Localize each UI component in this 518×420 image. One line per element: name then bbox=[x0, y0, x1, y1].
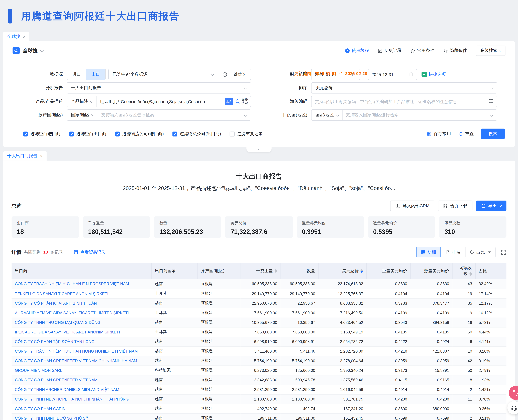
filter-group: 过滤空白进口商 过滤空白出口商 bbox=[23, 131, 263, 137]
page-header: 用腾道查询阿根廷十大出口商报告 bbox=[0, 0, 518, 24]
table-row[interactable]: CÔNG TY CỔ PHẦN GREENFEED VIỆT NAM CHI N… bbox=[12, 356, 506, 366]
end-date-input[interactable]: 2025-12-31 bbox=[368, 69, 417, 80]
search-button[interactable]: 搜索 bbox=[481, 128, 505, 139]
filter-checkbox[interactable]: 过滤空白进口商 bbox=[23, 131, 60, 137]
col-usd-per-weight: 重量美元均价 bbox=[367, 263, 410, 279]
tab-global-search[interactable]: 全球搜 × bbox=[3, 32, 30, 41]
filter-checkbox[interactable]: 过滤物流公司(进口商) bbox=[115, 131, 164, 137]
stat-card: 数量美元均价 0.5395 bbox=[368, 217, 435, 238]
exporter-link[interactable]: CÔNG TY CỔ PHẦN GARIN bbox=[15, 406, 66, 411]
table-row[interactable]: CÔNG TY TRÁCH NHIỆM HỮU HẠN E N PROSPER … bbox=[12, 279, 506, 289]
product-description-input[interactable] bbox=[97, 99, 225, 104]
table-row[interactable]: CÔNG TY TNHH ARCHER DANIELS MIDLAND VIỆT… bbox=[12, 385, 506, 394]
list-icon[interactable] bbox=[488, 98, 494, 105]
table-row[interactable]: CÔNG TY TRÁCH NHIỆM HỮU HẠN NÔNG NGHIỆP … bbox=[12, 346, 506, 356]
tab-report[interactable]: 十大出口商报告 × bbox=[3, 151, 47, 161]
exporter-link[interactable]: GROUP MIEN MOH SARL bbox=[15, 368, 62, 373]
export-icon bbox=[481, 203, 486, 208]
exporter-link[interactable]: CÔNG TY TNHH ARCHER DANIELS MIDLAND VIỆT… bbox=[15, 387, 119, 392]
sort-icon[interactable] bbox=[469, 272, 472, 276]
destination-mode-select[interactable]: 国家/地区 bbox=[311, 112, 342, 118]
hidden-conditions-link[interactable]: 隐藏条件 bbox=[443, 48, 467, 53]
exporter-link[interactable]: CÔNG TY TRÁCH NHIỆM HỮU HẠN NÔNG NGHIỆP … bbox=[15, 349, 138, 353]
table-row[interactable]: TEKKELİ GIDA SANAYİ TİCARET ANONİM ŞİRKE… bbox=[12, 289, 506, 299]
view-share-button[interactable]: 占比 bbox=[465, 247, 496, 257]
import-crm-button[interactable]: 导入内部CRM bbox=[390, 201, 434, 211]
reset-button[interactable]: 重置 bbox=[458, 131, 474, 137]
exporter-link[interactable]: TEKKELİ GIDA SANAYİ TİCARET ANONİM ŞİRKE… bbox=[15, 291, 108, 296]
view-detail-button[interactable]: 明细 bbox=[416, 247, 441, 257]
filter-checkbox[interactable]: 过滤空白出口商 bbox=[69, 131, 106, 137]
stat-card: 重量美元均价 0.3951 bbox=[296, 217, 364, 238]
overview-label: 总览 bbox=[12, 203, 21, 209]
sort-select[interactable]: 美元总价 bbox=[311, 82, 497, 93]
favorite-conditions-link[interactable]: 常用条件 bbox=[410, 48, 434, 53]
table-row[interactable]: CÔNG TY TNHH NEW HOPE HÀ NỘI CHI NHÁNH H… bbox=[12, 394, 506, 404]
destination-country-select[interactable]: 国家/地区 支持输入国家/地区进行检索 bbox=[311, 109, 497, 121]
table-row[interactable]: CÔNG TY CỔ PHẦN GARIN 越南 阿根廷 492,740.00 … bbox=[12, 404, 506, 413]
col-trade-count-sort[interactable]: 贸易次数 bbox=[452, 263, 475, 279]
circle-check-icon bbox=[222, 72, 227, 77]
stat-card: 千克重量 180,511,542 bbox=[83, 217, 150, 238]
one-key-optimize-button[interactable]: 一键优选 bbox=[218, 71, 251, 77]
exporter-link[interactable]: CÔNG TY CỔ PHẦN GREENFEED VIỆT NAM CHI N… bbox=[15, 358, 137, 363]
origin-mode-select[interactable]: 国家/地区 bbox=[67, 112, 98, 118]
table-row[interactable]: CÔNG TY TNHH THƯƠNG MẠI QUANG DŨNG 越南 阿根… bbox=[12, 317, 506, 327]
smart-search-button[interactable]: 智能搜索 bbox=[235, 98, 249, 105]
table-row[interactable]: AL RASHID YEM VE GIDA SANAYİ TİCARET LİM… bbox=[12, 308, 506, 318]
sort-icon[interactable] bbox=[274, 269, 277, 273]
fullscreen-icon[interactable] bbox=[501, 249, 506, 255]
advanced-search-button[interactable]: 高级搜索› bbox=[476, 45, 505, 56]
exporter-link[interactable]: CÔNG TY CỔ PHẦN KHAI ANH BÌNH THUẬN bbox=[15, 301, 97, 306]
sort-icon-active[interactable] bbox=[360, 269, 363, 273]
table-row[interactable]: GROUP MIEN MOH SARL 科特迪瓦 阿根廷 6,273,020.0… bbox=[12, 366, 506, 375]
exporter-link[interactable]: CÔNG TY TNHH NEW HOPE HÀ NỘI CHI NHÁNH H… bbox=[15, 397, 129, 401]
stat-card: 数量 132,206,505.23 bbox=[154, 217, 221, 238]
merge-download-button[interactable]: 合并下载 bbox=[438, 201, 473, 211]
filter-checkbox[interactable]: 过滤重复记录 bbox=[230, 131, 263, 137]
exporter-link[interactable]: CÔNG TY TRÁCH NHIỆM HỮU HẠN E N PROSPER … bbox=[15, 282, 129, 286]
exporter-link[interactable]: CÔNG TY TNHH DINH DƯỠNG PHÙ SỸ bbox=[15, 416, 88, 420]
exporter-link[interactable]: AL RASHID YEM VE GIDA SANAYİ TİCARET LİM… bbox=[15, 310, 129, 315]
col-usd-per-quantity: 数量美元均价 bbox=[410, 263, 452, 279]
checkbox-icon bbox=[69, 131, 74, 136]
close-icon[interactable]: × bbox=[23, 34, 25, 39]
exporter-link[interactable]: CÔNG TY CỔ PHẦN GREENFEED VIỆT NAM bbox=[15, 377, 97, 382]
export-button[interactable]: 导出 bbox=[476, 201, 506, 211]
save-common-button[interactable]: 保存常用 bbox=[427, 131, 451, 137]
table-row[interactable]: CÔNG TY TNHH DINH DƯỠNG PHÙ SỸ 越南 阿根廷 19… bbox=[12, 413, 506, 420]
table-row[interactable]: CÔNG TY CỔ PHẦN KHAI ANH BÌNH THUẬN 越南 阿… bbox=[12, 299, 506, 308]
table-row[interactable]: CÔNG TY CỔ PHẦN GREENFEED VIỆT NAM 越南 阿根… bbox=[12, 375, 506, 385]
tutorial-link[interactable]: 使用教程 bbox=[345, 48, 369, 53]
data-source-select[interactable]: 已选中97个数据源 一键优选 bbox=[108, 69, 251, 80]
import-toggle[interactable]: 进口 bbox=[67, 69, 86, 80]
quick-options-icon bbox=[421, 72, 427, 77]
translate-icon[interactable]: 文A bbox=[225, 98, 233, 105]
quick-options-button[interactable]: 快捷选项 bbox=[421, 71, 446, 77]
view-trade-records-link[interactable]: 查看贸易记录 bbox=[74, 249, 105, 255]
collapse-panel-button[interactable] bbox=[246, 147, 272, 152]
destination-country-label: 目的国(地区) bbox=[251, 112, 311, 118]
filter-checkbox[interactable]: 过滤物流公司(出口商) bbox=[172, 131, 221, 137]
history-link[interactable]: 历史记录 bbox=[377, 48, 402, 53]
origin-country-select[interactable]: 国家/地区 支持输入国家/地区进行检索 bbox=[67, 109, 251, 121]
hs-code-input[interactable] bbox=[311, 99, 485, 104]
table-row[interactable]: CÔNG TY CỔ PHẦN TẬP ĐOÀN TÂN LONG 越南 阿根廷… bbox=[12, 337, 506, 346]
product-mode-select[interactable]: 产品描述 bbox=[67, 98, 96, 104]
table-header-row: 出口商 出口商国家 原产国(地区) 千克重量 数量 美元总价 重量美元均价 数量… bbox=[12, 263, 506, 279]
table-row[interactable]: İPEK AGRO GIDA SANAYİ VE TİCARET ANONİM … bbox=[12, 327, 506, 337]
export-toggle[interactable]: 出口 bbox=[86, 69, 105, 80]
col-usd-total-sort[interactable]: 美元总价 bbox=[318, 263, 366, 279]
col-weight-sort[interactable]: 千克重量 bbox=[241, 263, 281, 279]
col-exporter-country: 出口商国家 bbox=[151, 263, 198, 279]
exporter-link[interactable]: CÔNG TY TNHH THƯƠNG MẠI QUANG DŨNG bbox=[15, 320, 101, 325]
report-type-select[interactable]: 十大出口商报告 bbox=[67, 82, 251, 93]
detail-label: 详情 bbox=[12, 249, 21, 255]
exporter-link[interactable]: CÔNG TY CỔ PHẦN TẬP ĐOÀN TÂN LONG bbox=[15, 339, 95, 344]
arrow-right-icon: › bbox=[499, 48, 501, 53]
view-rank-button[interactable]: 排名 bbox=[441, 247, 465, 257]
ai-translate-float-button[interactable]: A bbox=[509, 386, 518, 400]
exporter-link[interactable]: İPEK AGRO GIDA SANAYİ VE TİCARET ANONİM … bbox=[15, 330, 120, 334]
chevron-down-icon[interactable] bbox=[40, 48, 44, 52]
close-icon[interactable]: × bbox=[40, 153, 43, 158]
